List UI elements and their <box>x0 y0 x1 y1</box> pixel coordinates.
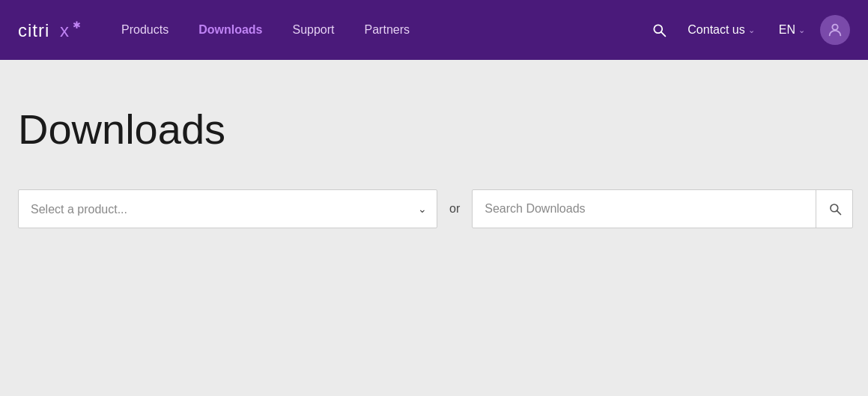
main-content: Downloads Select a product... ⌄ or <box>0 60 868 396</box>
product-select[interactable]: Select a product... <box>18 189 437 228</box>
svg-point-5 <box>832 25 837 30</box>
site-logo: citri x ✱ <box>18 19 85 41</box>
language-button[interactable]: EN ⌄ <box>770 17 814 43</box>
svg-text:✱: ✱ <box>73 19 81 31</box>
language-chevron-icon: ⌄ <box>798 25 805 35</box>
contact-us-button[interactable]: Contact us ⌄ <box>679 17 763 43</box>
user-icon <box>827 22 843 38</box>
search-downloads-input[interactable] <box>472 189 853 228</box>
nav-downloads[interactable]: Downloads <box>186 17 274 43</box>
header-right: Contact us ⌄ EN ⌄ <box>646 15 850 45</box>
svg-line-7 <box>837 211 840 215</box>
contact-us-chevron-icon: ⌄ <box>748 25 755 35</box>
svg-text:x: x <box>60 20 69 40</box>
user-account-button[interactable] <box>820 15 850 45</box>
search-icon <box>652 22 667 37</box>
search-input-wrapper <box>472 189 853 228</box>
logo-area[interactable]: citri x ✱ <box>18 19 85 41</box>
citrix-logo-svg: citri x ✱ <box>18 19 85 41</box>
search-row: Select a product... ⌄ or <box>15 189 853 228</box>
product-select-wrapper: Select a product... ⌄ <box>18 189 437 228</box>
contact-us-label: Contact us <box>688 23 744 37</box>
search-submit-icon <box>828 202 842 216</box>
language-label: EN <box>779 23 795 37</box>
nav-partners[interactable]: Partners <box>353 17 422 43</box>
nav-products[interactable]: Products <box>109 17 180 43</box>
search-submit-button[interactable] <box>816 189 853 228</box>
svg-text:citri: citri <box>18 20 49 40</box>
page-title: Downloads <box>15 105 853 153</box>
site-header: citri x ✱ Products Downloads Support Par… <box>0 0 868 60</box>
svg-line-4 <box>661 32 665 36</box>
header-search-button[interactable] <box>646 16 673 43</box>
or-separator: or <box>449 202 460 216</box>
nav-support[interactable]: Support <box>280 17 346 43</box>
main-nav: Products Downloads Support Partners <box>109 17 646 43</box>
